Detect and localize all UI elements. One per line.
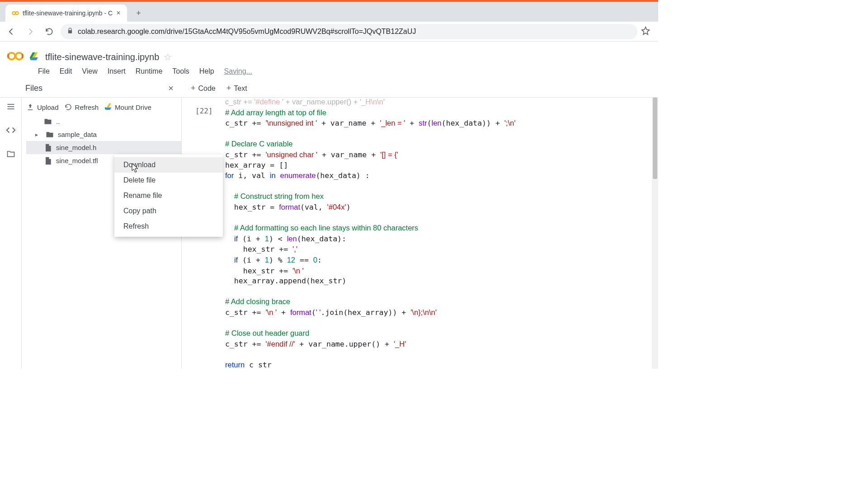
- menu-tools[interactable]: Tools: [172, 67, 189, 75]
- forward-button[interactable]: [23, 24, 38, 39]
- code-snippets-icon[interactable]: [5, 125, 16, 136]
- add-text-button[interactable]: +Text: [226, 84, 247, 93]
- back-button[interactable]: [4, 24, 19, 39]
- folder-icon: [43, 117, 52, 126]
- refresh-button[interactable]: Refresh: [64, 103, 99, 111]
- left-rail: [0, 98, 22, 369]
- ctx-copy-path[interactable]: Copy path: [114, 203, 223, 219]
- context-menu: Download Delete file Rename file Copy pa…: [114, 155, 223, 237]
- url-input[interactable]: colab.research.google.com/drive/15GtaAcc…: [61, 24, 637, 39]
- ctx-delete-file[interactable]: Delete file: [114, 173, 223, 188]
- menu-insert[interactable]: Insert: [108, 67, 126, 75]
- files-icon[interactable]: [5, 148, 16, 159]
- code-cell[interactable]: [22] c_str += '#define ' + var_name.uppe…: [182, 98, 658, 369]
- menu-file[interactable]: File: [38, 67, 50, 75]
- svg-rect-4: [7, 104, 14, 105]
- svg-point-3: [16, 53, 23, 60]
- ctx-download[interactable]: Download: [114, 157, 223, 173]
- drive-icon: [29, 52, 39, 62]
- lock-icon: [67, 28, 73, 36]
- toc-icon[interactable]: [5, 101, 16, 112]
- mount-drive-button[interactable]: Mount Drive: [104, 103, 151, 111]
- add-code-button[interactable]: +Code: [191, 84, 216, 93]
- star-doc-icon[interactable]: ☆: [164, 52, 172, 62]
- colab-logo-icon[interactable]: [7, 51, 24, 63]
- svg-rect-6: [7, 108, 14, 109]
- scroll-thumb[interactable]: [653, 98, 657, 179]
- close-panel-icon[interactable]: ×: [168, 83, 174, 94]
- menu-edit[interactable]: Edit: [60, 67, 72, 75]
- file-parent[interactable]: ..: [26, 115, 181, 128]
- menu-runtime[interactable]: Runtime: [136, 67, 163, 75]
- files-panel-title: Files: [25, 84, 42, 93]
- file-panel: Upload Refresh Mount Drive .. ▸: [22, 98, 182, 369]
- save-status: Saving...: [224, 67, 252, 75]
- file-icon: [43, 156, 52, 165]
- chevron-right-icon[interactable]: ▸: [35, 131, 42, 138]
- close-tab-icon[interactable]: ×: [116, 9, 120, 17]
- address-bar: colab.research.google.com/drive/15GtaAcc…: [0, 22, 658, 42]
- bookmark-star-icon[interactable]: [641, 26, 650, 37]
- menu-view[interactable]: View: [82, 67, 97, 75]
- reload-button[interactable]: [42, 24, 57, 39]
- ctx-refresh[interactable]: Refresh: [114, 219, 223, 234]
- browser-tab[interactable]: tflite-sinewave-training.ipynb - C ×: [5, 5, 127, 22]
- browser-tabstrip: tflite-sinewave-training.ipynb - C × +: [0, 2, 658, 22]
- tab-title: tflite-sinewave-training.ipynb - C: [23, 9, 113, 17]
- menu-help[interactable]: Help: [199, 67, 214, 75]
- doc-title[interactable]: tflite-sinewave-training.ipynb ☆: [29, 52, 172, 62]
- file-folder-sample_data[interactable]: ▸ sample_data: [26, 128, 181, 141]
- file-item-sine_model.h[interactable]: sine_model.h: [26, 141, 181, 154]
- upload-button[interactable]: Upload: [26, 103, 59, 111]
- folder-icon: [45, 130, 54, 139]
- new-tab-button[interactable]: +: [132, 7, 145, 19]
- url-text: colab.research.google.com/drive/15GtaAcc…: [78, 28, 416, 36]
- menubar: File Edit View Insert Runtime Tools Help…: [0, 63, 658, 80]
- ctx-rename-file[interactable]: Rename file: [114, 188, 223, 203]
- colab-header: tflite-sinewave-training.ipynb ☆: [0, 42, 658, 63]
- scrollbar[interactable]: [652, 98, 658, 369]
- colab-favicon-icon: [12, 9, 19, 17]
- svg-point-2: [8, 53, 15, 60]
- svg-rect-5: [7, 106, 14, 107]
- code-content[interactable]: c_str += '#define ' + var_name.upper() +…: [225, 98, 515, 369]
- cell-prompt: [22]: [195, 107, 213, 115]
- svg-point-1: [15, 12, 19, 15]
- file-icon: [43, 143, 52, 152]
